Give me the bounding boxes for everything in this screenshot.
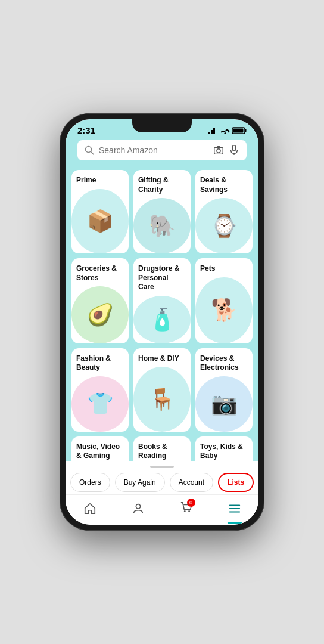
svg-line-8 — [91, 152, 94, 155]
fashion-emoji: 👕 — [87, 391, 114, 416]
tab-menu[interactable] — [228, 502, 241, 515]
tab-bar: 0 — [66, 494, 258, 525]
svg-point-15 — [188, 510, 190, 512]
drugstore-emoji: 🧴 — [149, 307, 176, 332]
pets-emoji: 🐕 — [211, 298, 238, 323]
tab-cart[interactable]: 0 — [180, 501, 193, 516]
signal-icon — [208, 127, 218, 134]
category-image-devices: 📷 — [195, 376, 253, 432]
svg-point-3 — [225, 132, 226, 134]
status-time: 2:31 — [77, 125, 95, 135]
orders-button[interactable]: Orders — [70, 473, 110, 492]
menu-active-bar — [228, 522, 242, 524]
category-card-fashion[interactable]: Fashion & Beauty 👕 — [71, 348, 129, 432]
category-card-home[interactable]: Home & DIY 🪑 — [133, 348, 191, 432]
notch-area: 2:31 — [66, 119, 258, 164]
svg-rect-5 — [245, 129, 247, 132]
search-action-icons — [213, 145, 239, 156]
category-title-home: Home & DIY — [138, 354, 186, 364]
phone-frame: 2:31 — [60, 113, 264, 531]
battery-icon — [232, 127, 247, 134]
quick-actions: Orders Buy Again Account Lists — [73, 473, 251, 492]
category-title-books: Books & Reading — [138, 442, 186, 461]
cart-count-badge: 0 — [187, 499, 195, 507]
tab-account[interactable] — [132, 502, 145, 515]
category-card-music[interactable]: Music, Video & Gaming 🎮 — [71, 436, 129, 461]
category-card-books[interactable]: Books & Reading 📚 — [133, 436, 191, 461]
svg-point-14 — [183, 510, 185, 512]
notch — [132, 119, 192, 132]
category-title-gifting: Gifting & Charity — [138, 176, 186, 194]
svg-point-13 — [136, 504, 140, 509]
category-grid: Prime 📦 Gifting & Charity 🐘 Deals & Savi… — [71, 170, 253, 461]
devices-emoji: 📷 — [211, 391, 238, 416]
search-input[interactable] — [99, 145, 208, 155]
category-card-drugstore[interactable]: Drugstore & Personal Care 🧴 — [133, 258, 191, 343]
bottom-scroll: Orders Buy Again Account Lists — [66, 461, 258, 494]
category-title-deals: Deals & Savings — [200, 176, 248, 194]
scroll-indicator — [150, 466, 174, 468]
category-card-groceries[interactable]: Groceries & Stores 🥑 — [71, 258, 129, 343]
category-image-deals: ⌚ — [195, 198, 253, 253]
status-icons — [208, 127, 247, 134]
search-bar[interactable] — [77, 140, 247, 160]
category-card-devices[interactable]: Devices & Electronics 📷 — [195, 348, 253, 432]
groceries-emoji: 🥑 — [87, 302, 114, 327]
category-card-toys[interactable]: Toys, Kids & Baby 🧸 — [195, 436, 253, 461]
main-content: Prime 📦 Gifting & Charity 🐘 Deals & Savi… — [66, 164, 258, 461]
category-title-prime: Prime — [76, 176, 124, 185]
phone-screen: 2:31 — [66, 119, 258, 525]
category-title-drugstore: Drugstore & Personal Care — [138, 264, 186, 292]
gifting-emoji: 🐘 — [149, 213, 176, 239]
category-title-toys: Toys, Kids & Baby — [200, 442, 248, 461]
svg-rect-11 — [232, 145, 235, 151]
mic-icon[interactable] — [229, 145, 239, 156]
category-image-drugstore: 🧴 — [133, 296, 191, 343]
menu-icon — [228, 502, 241, 515]
svg-point-10 — [217, 149, 220, 153]
account-icon — [132, 502, 145, 515]
cart-badge-wrapper: 0 — [180, 501, 193, 516]
category-image-gifting: 🐘 — [133, 198, 191, 253]
category-card-gifting[interactable]: Gifting & Charity 🐘 — [133, 170, 191, 253]
home-icon — [83, 502, 96, 515]
prime-emoji: 📦 — [87, 209, 114, 234]
category-image-pets: 🐕 — [195, 277, 253, 343]
svg-rect-2 — [213, 128, 215, 134]
category-image-groceries: 🥑 — [71, 286, 129, 343]
camera-icon[interactable] — [213, 145, 224, 156]
svg-rect-6 — [233, 128, 244, 132]
category-card-pets[interactable]: Pets 🐕 — [195, 258, 253, 343]
svg-rect-1 — [211, 130, 213, 134]
account-button[interactable]: Account — [170, 473, 213, 492]
lists-button[interactable]: Lists — [218, 473, 254, 492]
wifi-icon — [220, 127, 230, 134]
category-image-home: 🪑 — [133, 367, 191, 431]
buy-again-button[interactable]: Buy Again — [115, 473, 165, 492]
category-title-pets: Pets — [200, 264, 248, 274]
category-title-devices: Devices & Electronics — [200, 354, 248, 373]
category-card-prime[interactable]: Prime 📦 — [71, 170, 129, 253]
category-image-fashion: 👕 — [71, 376, 129, 432]
svg-rect-0 — [208, 132, 210, 134]
search-icon — [85, 145, 94, 155]
tab-home[interactable] — [83, 502, 96, 515]
deals-emoji: ⌚ — [211, 213, 238, 239]
category-title-fashion: Fashion & Beauty — [76, 354, 124, 373]
category-title-music: Music, Video & Gaming — [76, 442, 124, 461]
category-title-groceries: Groceries & Stores — [76, 264, 124, 283]
category-card-deals[interactable]: Deals & Savings ⌚ — [195, 170, 253, 253]
home-emoji: 🪑 — [149, 387, 176, 412]
category-image-prime: 📦 — [71, 189, 129, 253]
